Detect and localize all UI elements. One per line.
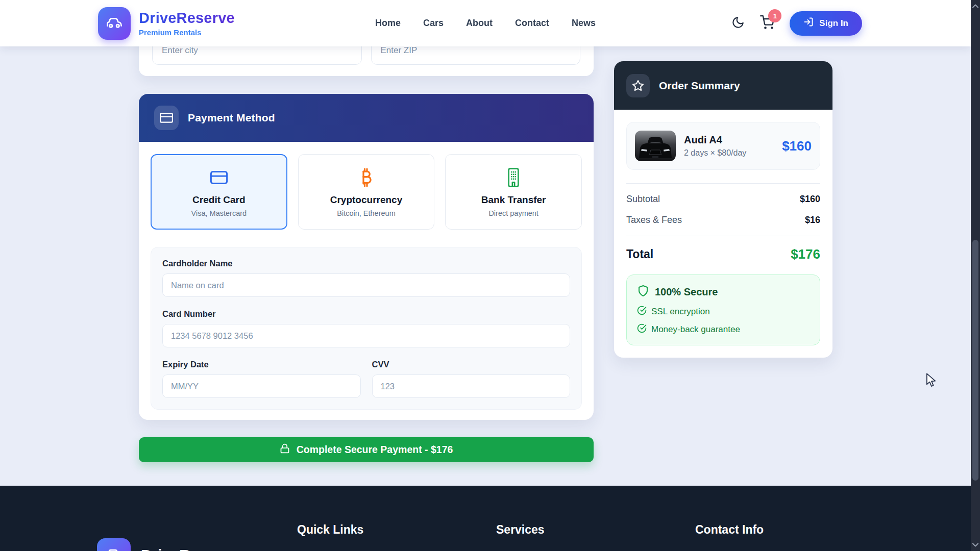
- order-item-name: Audi A4: [684, 134, 746, 146]
- theme-toggle-button[interactable]: [731, 16, 745, 31]
- payment-options: Credit Card Visa, Mastercard: [151, 154, 582, 230]
- car-icon: [104, 544, 124, 551]
- check-circle-icon: [637, 323, 647, 336]
- footer-brand: DriveReserve: [97, 512, 297, 551]
- footer-brand-name: DriveReserve: [141, 546, 239, 551]
- footer-heading-services: Services: [496, 511, 695, 551]
- order-item-details: 2 days × $80/day: [684, 148, 746, 158]
- cart-button[interactable]: 1: [760, 15, 774, 31]
- cvv-input[interactable]: [372, 374, 571, 398]
- secure-title: 100% Secure: [655, 286, 718, 298]
- secure-guarantee-box: 100% Secure SSL encryption: [626, 274, 820, 345]
- total-row: Total $176: [626, 246, 820, 262]
- nav-item-home[interactable]: Home: [375, 18, 401, 29]
- login-icon: [803, 17, 814, 30]
- taxes-value: $16: [805, 215, 820, 226]
- navbar-actions: 1 Sign In: [731, 11, 862, 36]
- order-item: Audi A4 2 days × $80/day $160: [626, 122, 820, 170]
- order-item-price: $160: [782, 138, 812, 154]
- credit-card-icon: [154, 106, 179, 130]
- bank-building-icon: [505, 167, 522, 188]
- check-circle-icon: [637, 306, 647, 318]
- scroll-down-arrow[interactable]: [971, 541, 980, 549]
- cardholder-name-label: Cardholder Name: [162, 259, 570, 268]
- subtotal-row: Subtotal $160: [626, 194, 820, 205]
- star-icon: [626, 74, 650, 97]
- payment-option-bank-transfer[interactable]: Bank Transfer Direct payment: [445, 154, 582, 230]
- subtotal-value: $160: [800, 194, 820, 205]
- brand-logo: [98, 7, 131, 40]
- footer-heading-quick-links: Quick Links: [297, 511, 496, 551]
- total-value: $176: [791, 246, 820, 262]
- nav-item-news[interactable]: News: [572, 18, 596, 29]
- brand[interactable]: DriveReserve Premium Rentals: [98, 7, 235, 40]
- footer-logo: [97, 538, 131, 551]
- main-nav: Home Cars About Contact News: [375, 18, 596, 29]
- nav-item-cars[interactable]: Cars: [423, 18, 444, 29]
- nav-item-about[interactable]: About: [466, 18, 493, 29]
- card-details-panel: Cardholder Name Card Number Expiry Date: [151, 247, 582, 410]
- subtotal-label: Subtotal: [626, 194, 660, 205]
- scrollbar-thumb[interactable]: [972, 240, 978, 481]
- complete-payment-button[interactable]: Complete Secure Payment - $176: [139, 437, 594, 462]
- scrollbar: [971, 0, 980, 551]
- moon-icon: [731, 16, 745, 31]
- order-summary-header: Order Summary: [614, 61, 832, 110]
- footer-heading-contact-info: Contact Info: [695, 511, 894, 551]
- footer: DriveReserve Quick Links Services Contac…: [0, 486, 980, 551]
- divider: [626, 236, 820, 236]
- taxes-label: Taxes & Fees: [626, 215, 682, 226]
- payment-method-title: Payment Method: [188, 112, 275, 124]
- cardholder-name-input[interactable]: [162, 273, 570, 297]
- expiry-date-input[interactable]: [162, 374, 361, 398]
- sign-in-label: Sign In: [819, 18, 848, 29]
- payment-method-card: Payment Method Credit Card: [139, 94, 594, 420]
- cart-count-badge: 1: [768, 9, 781, 22]
- expiry-date-label: Expiry Date: [162, 360, 361, 369]
- page: DriveReserve Premium Rentals Home Cars A…: [0, 0, 980, 551]
- taxes-row: Taxes & Fees $16: [626, 215, 820, 226]
- order-summary-card: Order Summary: [614, 61, 832, 358]
- payment-option-credit-card[interactable]: Credit Card Visa, Mastercard: [151, 154, 287, 230]
- payment-option-cryptocurrency[interactable]: Cryptocurrency Bitcoin, Ethereum: [298, 154, 435, 230]
- divider: [626, 183, 820, 184]
- checkout-column: Payment Method Credit Card: [139, 46, 594, 462]
- car-icon: [105, 13, 124, 34]
- bitcoin-icon: [358, 167, 374, 188]
- secure-item-moneyback: Money-back guarantee: [637, 323, 810, 336]
- lock-icon: [280, 443, 290, 456]
- navbar: DriveReserve Premium Rentals Home Cars A…: [0, 0, 971, 46]
- brand-tagline: Premium Rentals: [139, 28, 235, 37]
- sign-in-button[interactable]: Sign In: [790, 11, 862, 36]
- nav-item-contact[interactable]: Contact: [515, 18, 549, 29]
- secure-item-ssl: SSL encryption: [637, 306, 810, 318]
- total-label: Total: [626, 247, 653, 261]
- car-thumbnail: [635, 131, 676, 161]
- card-number-input[interactable]: [162, 324, 570, 347]
- scroll-up-arrow[interactable]: [971, 2, 980, 10]
- brand-name: DriveReserve: [139, 10, 235, 27]
- credit-card-icon: [208, 167, 230, 188]
- payment-method-header: Payment Method: [139, 94, 594, 142]
- complete-payment-label: Complete Secure Payment - $176: [297, 444, 453, 456]
- order-summary-title: Order Summary: [659, 80, 740, 92]
- shield-icon: [637, 284, 649, 300]
- card-number-label: Card Number: [162, 309, 570, 319]
- order-summary-column: Order Summary: [614, 46, 832, 358]
- cvv-label: CVV: [372, 360, 571, 369]
